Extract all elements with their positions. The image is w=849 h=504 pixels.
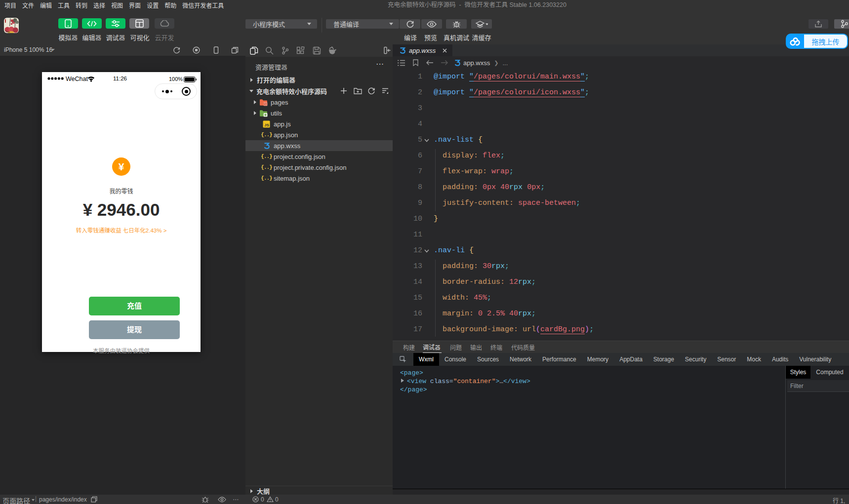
svg-text:JS: JS bbox=[264, 123, 269, 127]
